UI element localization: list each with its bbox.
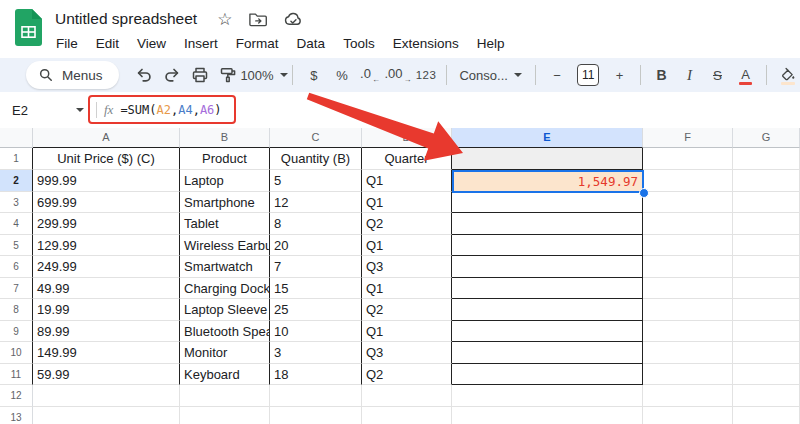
cell-E4[interactable]	[452, 213, 643, 235]
cell-B10[interactable]: Monitor	[180, 342, 270, 364]
paint-format-button[interactable]	[216, 62, 241, 88]
cell-B12[interactable]	[180, 385, 270, 407]
cell-E7[interactable]	[452, 278, 643, 300]
cell-G8[interactable]	[733, 299, 800, 321]
cell-G9[interactable]	[733, 321, 800, 343]
row-header-12[interactable]: 12	[0, 385, 33, 407]
cell-E3[interactable]	[452, 192, 643, 214]
cell-E13[interactable]	[452, 407, 643, 424]
column-header-D[interactable]: D	[362, 128, 452, 148]
cell-B1[interactable]: Product	[180, 148, 270, 170]
cell-D1[interactable]: Quarter	[362, 148, 452, 170]
row-header-11[interactable]: 11	[0, 364, 33, 386]
column-header-F[interactable]: F	[643, 128, 733, 148]
cell-F12[interactable]	[643, 385, 733, 407]
cell-E10[interactable]	[452, 342, 643, 364]
menu-item-file[interactable]: File	[47, 33, 87, 54]
sheets-logo-icon[interactable]	[15, 9, 42, 46]
column-header-G[interactable]: G	[733, 128, 800, 148]
cell-A3[interactable]: 699.99	[33, 192, 180, 214]
decrease-font-size-button[interactable]: −	[544, 62, 569, 88]
cell-E8[interactable]	[452, 299, 643, 321]
cell-B13[interactable]	[180, 407, 270, 424]
row-header-8[interactable]: 8	[0, 299, 33, 321]
cell-G6[interactable]	[733, 256, 800, 278]
cell-E5[interactable]	[452, 235, 643, 257]
cell-E9[interactable]	[452, 321, 643, 343]
cell-F6[interactable]	[643, 256, 733, 278]
cell-C5[interactable]: 20	[270, 235, 362, 257]
row-header-6[interactable]: 6	[0, 256, 33, 278]
cell-C2[interactable]: 5	[270, 170, 362, 192]
row-header-4[interactable]: 4	[0, 213, 33, 235]
name-box[interactable]: E2	[0, 96, 90, 124]
cell-C13[interactable]	[270, 407, 362, 424]
cell-A10[interactable]: 149.99	[33, 342, 180, 364]
cell-C3[interactable]: 12	[270, 192, 362, 214]
menu-item-tools[interactable]: Tools	[334, 33, 384, 54]
cell-A1[interactable]: Unit Price ($) (C)	[33, 148, 180, 170]
cell-G1[interactable]	[733, 148, 800, 170]
cell-C11[interactable]: 18	[270, 364, 362, 386]
redo-button[interactable]	[160, 62, 185, 88]
cell-A13[interactable]	[33, 407, 180, 424]
cell-C9[interactable]: 10	[270, 321, 362, 343]
column-header-A[interactable]: A	[33, 128, 180, 148]
cell-B5[interactable]: Wireless Earbuds	[180, 235, 270, 257]
cell-E11[interactable]	[452, 364, 643, 386]
cell-G3[interactable]	[733, 192, 800, 214]
undo-button[interactable]	[132, 62, 157, 88]
cell-G7[interactable]	[733, 278, 800, 300]
menu-item-format[interactable]: Format	[227, 33, 288, 54]
cell-G4[interactable]	[733, 213, 800, 235]
cell-A4[interactable]: 299.99	[33, 213, 180, 235]
cell-D13[interactable]	[362, 407, 452, 424]
cell-G5[interactable]	[733, 235, 800, 257]
cell-A2[interactable]: 999.99	[33, 170, 180, 192]
cell-D5[interactable]: Q1	[362, 235, 452, 257]
cell-C12[interactable]	[270, 385, 362, 407]
row-header-5[interactable]: 5	[0, 235, 33, 257]
formula-input[interactable]: =SUM(A2,A4,A6)	[120, 103, 221, 117]
cell-G13[interactable]	[733, 407, 800, 424]
cell-B8[interactable]: Laptop Sleeve	[180, 299, 270, 321]
menus-search-button[interactable]: Menus	[26, 61, 119, 89]
cell-F3[interactable]	[643, 192, 733, 214]
cell-A6[interactable]: 249.99	[33, 256, 180, 278]
cell-D6[interactable]: Q3	[362, 256, 452, 278]
page-title[interactable]: Untitled spreadsheet	[55, 10, 197, 28]
cell-D8[interactable]: Q2	[362, 299, 452, 321]
cell-F7[interactable]	[643, 278, 733, 300]
row-header-2[interactable]: 2	[0, 170, 33, 192]
cell-A11[interactable]: 59.99	[33, 364, 180, 386]
cell-D4[interactable]: Q2	[362, 213, 452, 235]
cell-F1[interactable]	[643, 148, 733, 170]
cell-A5[interactable]: 129.99	[33, 235, 180, 257]
cell-F9[interactable]	[643, 321, 733, 343]
cell-G11[interactable]	[733, 364, 800, 386]
cell-A8[interactable]: 19.99	[33, 299, 180, 321]
cell-B11[interactable]: Keyboard	[180, 364, 270, 386]
font-size-input[interactable]: 11	[577, 64, 599, 86]
zoom-control[interactable]: 100%	[244, 62, 285, 88]
cell-A7[interactable]: 49.99	[33, 278, 180, 300]
cell-C6[interactable]: 7	[270, 256, 362, 278]
cell-B2[interactable]: Laptop	[180, 170, 270, 192]
cell-C10[interactable]: 3	[270, 342, 362, 364]
cell-E6[interactable]	[452, 256, 643, 278]
format-currency-button[interactable]: $	[301, 62, 326, 88]
menu-item-insert[interactable]: Insert	[175, 33, 227, 54]
menu-item-view[interactable]: View	[128, 33, 175, 54]
cell-B7[interactable]: Charging Dock	[180, 278, 270, 300]
cell-B3[interactable]: Smartphone	[180, 192, 270, 214]
cell-D2[interactable]: Q1	[362, 170, 452, 192]
cell-C8[interactable]: 25	[270, 299, 362, 321]
cell-G10[interactable]	[733, 342, 800, 364]
cell-E12[interactable]	[452, 385, 643, 407]
move-to-folder-icon[interactable]	[249, 12, 267, 27]
menu-item-data[interactable]: Data	[288, 33, 335, 54]
cell-F4[interactable]	[643, 213, 733, 235]
row-header-3[interactable]: 3	[0, 192, 33, 214]
row-header-1[interactable]: 1	[0, 148, 33, 170]
select-all-button[interactable]	[0, 128, 33, 148]
